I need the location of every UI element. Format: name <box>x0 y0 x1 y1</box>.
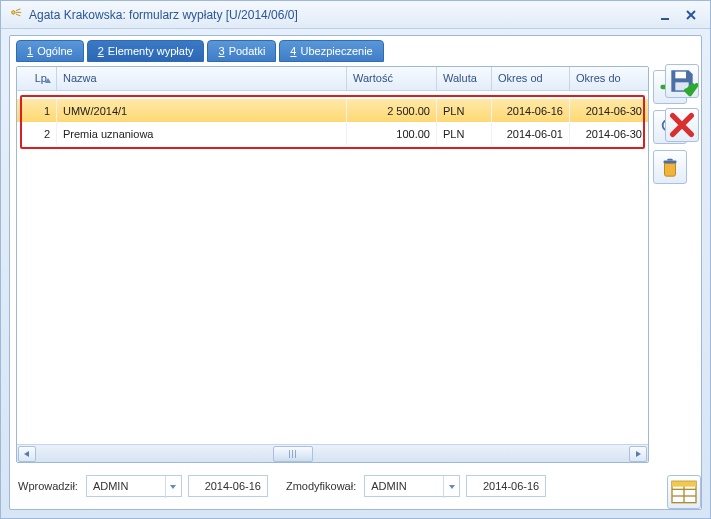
tab-general[interactable]: 1 Ogólne <box>16 40 84 62</box>
col-from[interactable]: Okres od <box>492 67 570 90</box>
col-lp[interactable]: Lp. <box>17 67 57 90</box>
cell-name: Premia uznaniowa <box>57 122 347 145</box>
minimize-button[interactable] <box>654 7 676 23</box>
col-to[interactable]: Okres do <box>570 67 648 90</box>
grid-header: Lp. Nazwa Wartość Waluta Okres od Okres … <box>17 67 648 91</box>
scroll-left-button[interactable] <box>18 446 36 462</box>
delete-button[interactable] <box>653 150 687 184</box>
layout-button[interactable] <box>667 475 701 509</box>
svg-marker-4 <box>45 78 51 83</box>
trash-icon <box>659 156 681 178</box>
svg-point-0 <box>12 10 16 14</box>
table-layout-icon <box>668 476 700 508</box>
svg-marker-5 <box>24 451 29 457</box>
col-currency[interactable]: Waluta <box>437 67 492 90</box>
entered-by-field[interactable]: ADMIN <box>86 475 182 497</box>
col-name[interactable]: Nazwa <box>57 67 347 90</box>
tab-elements[interactable]: 2 Elementy wypłaty <box>87 40 205 62</box>
tab-taxes[interactable]: 3 Podatki <box>207 40 276 62</box>
entered-date-field[interactable]: 2014-06-16 <box>188 475 268 497</box>
tabbar: 1 Ogólne 2 Elementy wypłaty 3 Podatki 4 … <box>16 40 695 62</box>
chevron-down-icon[interactable] <box>443 476 459 498</box>
save-button[interactable] <box>665 64 699 98</box>
save-disk-icon <box>666 65 698 97</box>
table-row[interactable]: 1 UMW/2014/1 2 500.00 PLN 2014-06-16 201… <box>17 99 648 122</box>
modified-by-label: Zmodyfikował: <box>284 480 358 492</box>
col-value[interactable]: Wartość <box>347 67 437 90</box>
cell-from: 2014-06-01 <box>492 122 570 145</box>
window-title: Agata Krakowska: formularz wypłaty [U/20… <box>29 8 650 22</box>
svg-rect-9 <box>664 161 677 164</box>
window: Agata Krakowska: formularz wypłaty [U/20… <box>0 0 711 519</box>
cell-value: 100.00 <box>347 122 437 145</box>
cell-currency: PLN <box>437 99 492 122</box>
x-icon <box>666 109 698 141</box>
cell-name: UMW/2014/1 <box>57 99 347 122</box>
scroll-thumb[interactable] <box>273 446 313 462</box>
grid-panel: Lp. Nazwa Wartość Waluta Okres od Okres … <box>16 66 649 463</box>
modified-date-field[interactable]: 2014-06-16 <box>466 475 546 497</box>
cell-currency: PLN <box>437 122 492 145</box>
grid-body: 1 UMW/2014/1 2 500.00 PLN 2014-06-16 201… <box>17 91 648 444</box>
cell-from: 2014-06-16 <box>492 99 570 122</box>
app-icon <box>9 8 23 22</box>
cancel-button[interactable] <box>665 108 699 142</box>
horizontal-scrollbar[interactable] <box>17 444 648 462</box>
cell-to: 2014-06-30 <box>570 122 648 145</box>
cell-lp: 2 <box>17 122 57 145</box>
svg-marker-12 <box>449 485 455 489</box>
footer: Wprowadził: ADMIN 2014-06-16 Zmodyfikowa… <box>16 469 649 503</box>
svg-rect-19 <box>672 481 696 486</box>
cell-to: 2014-06-30 <box>570 99 648 122</box>
table-row[interactable]: 2 Premia uznaniowa 100.00 PLN 2014-06-01… <box>17 122 648 145</box>
sort-asc-icon <box>44 75 52 87</box>
chevron-down-icon[interactable] <box>165 476 181 498</box>
titlebar: Agata Krakowska: formularz wypłaty [U/20… <box>1 1 710 29</box>
entered-by-label: Wprowadził: <box>16 480 80 492</box>
svg-marker-6 <box>636 451 641 457</box>
cell-value: 2 500.00 <box>347 99 437 122</box>
svg-marker-11 <box>170 485 176 489</box>
cell-lp: 1 <box>17 99 57 122</box>
scroll-track[interactable] <box>37 446 628 462</box>
scroll-right-button[interactable] <box>629 446 647 462</box>
modified-by-field[interactable]: ADMIN <box>364 475 460 497</box>
close-button[interactable] <box>680 7 702 23</box>
svg-rect-13 <box>675 72 686 79</box>
window-body: 1 Ogólne 2 Elementy wypłaty 3 Podatki 4 … <box>9 35 702 510</box>
tab-insurance[interactable]: 4 Ubezpieczenie <box>279 40 383 62</box>
svg-rect-10 <box>667 159 673 161</box>
